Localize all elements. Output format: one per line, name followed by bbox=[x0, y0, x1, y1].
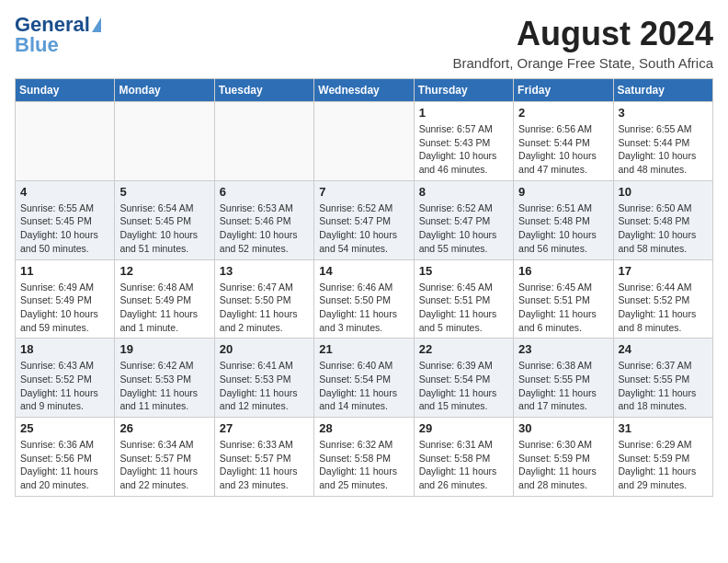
table-cell: 9Sunrise: 6:51 AM Sunset: 5:48 PM Daylig… bbox=[514, 180, 613, 259]
day-info: Sunrise: 6:53 AM Sunset: 5:46 PM Dayligh… bbox=[220, 201, 309, 256]
table-cell bbox=[314, 102, 414, 181]
week-row-5: 25Sunrise: 6:36 AM Sunset: 5:56 PM Dayli… bbox=[16, 418, 713, 497]
calendar-table: Sunday Monday Tuesday Wednesday Thursday… bbox=[15, 78, 713, 497]
day-info: Sunrise: 6:29 AM Sunset: 5:59 PM Dayligh… bbox=[619, 438, 708, 492]
day-info: Sunrise: 6:30 AM Sunset: 5:59 PM Dayligh… bbox=[518, 438, 608, 492]
subtitle: Brandfort, Orange Free State, South Afri… bbox=[453, 55, 713, 71]
table-cell: 11Sunrise: 6:49 AM Sunset: 5:49 PM Dayli… bbox=[16, 259, 115, 339]
header-monday: Monday bbox=[115, 79, 214, 102]
logo-triangle-icon bbox=[92, 17, 101, 32]
table-cell bbox=[115, 102, 214, 181]
day-number: 23 bbox=[518, 342, 608, 356]
table-cell: 13Sunrise: 6:47 AM Sunset: 5:50 PM Dayli… bbox=[214, 259, 313, 339]
header-wednesday: Wednesday bbox=[314, 79, 414, 102]
day-info: Sunrise: 6:55 AM Sunset: 5:44 PM Dayligh… bbox=[619, 122, 708, 177]
main-title: August 2024 bbox=[453, 15, 713, 53]
logo-text-general: General bbox=[15, 15, 90, 35]
table-cell: 5Sunrise: 6:54 AM Sunset: 5:45 PM Daylig… bbox=[115, 180, 214, 259]
day-number: 18 bbox=[20, 342, 109, 356]
day-info: Sunrise: 6:45 AM Sunset: 5:51 PM Dayligh… bbox=[518, 281, 608, 335]
day-info: Sunrise: 6:43 AM Sunset: 5:52 PM Dayligh… bbox=[20, 359, 109, 413]
day-info: Sunrise: 6:32 AM Sunset: 5:58 PM Dayligh… bbox=[319, 438, 408, 492]
day-number: 30 bbox=[518, 421, 608, 435]
day-number: 1 bbox=[419, 106, 508, 120]
day-info: Sunrise: 6:37 AM Sunset: 5:55 PM Dayligh… bbox=[619, 359, 708, 413]
table-cell: 19Sunrise: 6:42 AM Sunset: 5:53 PM Dayli… bbox=[115, 339, 214, 418]
day-info: Sunrise: 6:52 AM Sunset: 5:47 PM Dayligh… bbox=[319, 201, 408, 256]
day-info: Sunrise: 6:34 AM Sunset: 5:57 PM Dayligh… bbox=[119, 438, 209, 492]
day-number: 6 bbox=[220, 185, 309, 199]
day-number: 20 bbox=[220, 342, 309, 356]
table-cell: 25Sunrise: 6:36 AM Sunset: 5:56 PM Dayli… bbox=[16, 418, 115, 497]
day-number: 4 bbox=[20, 185, 109, 199]
week-row-1: 1Sunrise: 6:57 AM Sunset: 5:43 PM Daylig… bbox=[16, 102, 713, 181]
header-thursday: Thursday bbox=[414, 79, 513, 102]
header-friday: Friday bbox=[514, 79, 613, 102]
header-saturday: Saturday bbox=[613, 79, 712, 102]
day-info: Sunrise: 6:38 AM Sunset: 5:55 PM Dayligh… bbox=[518, 359, 608, 413]
day-info: Sunrise: 6:55 AM Sunset: 5:45 PM Dayligh… bbox=[20, 201, 109, 256]
day-number: 12 bbox=[119, 264, 209, 278]
day-info: Sunrise: 6:54 AM Sunset: 5:45 PM Dayligh… bbox=[119, 201, 209, 256]
header-tuesday: Tuesday bbox=[214, 79, 313, 102]
day-info: Sunrise: 6:31 AM Sunset: 5:58 PM Dayligh… bbox=[419, 438, 508, 492]
day-number: 7 bbox=[319, 185, 408, 199]
day-number: 8 bbox=[419, 185, 508, 199]
table-cell: 8Sunrise: 6:52 AM Sunset: 5:47 PM Daylig… bbox=[414, 180, 513, 259]
week-row-2: 4Sunrise: 6:55 AM Sunset: 5:45 PM Daylig… bbox=[16, 180, 713, 259]
day-number: 24 bbox=[619, 342, 708, 356]
day-info: Sunrise: 6:45 AM Sunset: 5:51 PM Dayligh… bbox=[419, 281, 508, 335]
day-info: Sunrise: 6:41 AM Sunset: 5:53 PM Dayligh… bbox=[220, 359, 309, 413]
day-info: Sunrise: 6:42 AM Sunset: 5:53 PM Dayligh… bbox=[119, 359, 209, 413]
day-number: 22 bbox=[419, 342, 508, 356]
day-info: Sunrise: 6:52 AM Sunset: 5:47 PM Dayligh… bbox=[419, 201, 508, 256]
table-cell: 2Sunrise: 6:56 AM Sunset: 5:44 PM Daylig… bbox=[514, 102, 613, 181]
day-info: Sunrise: 6:48 AM Sunset: 5:49 PM Dayligh… bbox=[119, 281, 209, 335]
logo: General Blue bbox=[15, 15, 101, 55]
table-cell: 16Sunrise: 6:45 AM Sunset: 5:51 PM Dayli… bbox=[514, 259, 613, 339]
table-cell: 18Sunrise: 6:43 AM Sunset: 5:52 PM Dayli… bbox=[16, 339, 115, 418]
day-number: 27 bbox=[220, 421, 309, 435]
day-number: 29 bbox=[419, 421, 508, 435]
calendar-header-row: Sunday Monday Tuesday Wednesday Thursday… bbox=[16, 79, 713, 102]
table-cell: 26Sunrise: 6:34 AM Sunset: 5:57 PM Dayli… bbox=[115, 418, 214, 497]
table-cell: 3Sunrise: 6:55 AM Sunset: 5:44 PM Daylig… bbox=[613, 102, 712, 181]
day-info: Sunrise: 6:56 AM Sunset: 5:44 PM Dayligh… bbox=[518, 122, 608, 177]
day-number: 25 bbox=[20, 421, 109, 435]
day-info: Sunrise: 6:57 AM Sunset: 5:43 PM Dayligh… bbox=[419, 122, 508, 177]
table-cell: 14Sunrise: 6:46 AM Sunset: 5:50 PM Dayli… bbox=[314, 259, 414, 339]
table-cell: 7Sunrise: 6:52 AM Sunset: 5:47 PM Daylig… bbox=[314, 180, 414, 259]
day-number: 26 bbox=[119, 421, 209, 435]
table-cell: 21Sunrise: 6:40 AM Sunset: 5:54 PM Dayli… bbox=[314, 339, 414, 418]
page-header: General Blue August 2024 Brandfort, Oran… bbox=[15, 15, 713, 71]
logo-text-blue: Blue bbox=[15, 35, 59, 55]
day-number: 21 bbox=[319, 342, 408, 356]
header-sunday: Sunday bbox=[16, 79, 115, 102]
day-info: Sunrise: 6:50 AM Sunset: 5:48 PM Dayligh… bbox=[619, 201, 708, 256]
day-number: 9 bbox=[518, 185, 608, 199]
day-number: 11 bbox=[20, 264, 109, 278]
day-info: Sunrise: 6:46 AM Sunset: 5:50 PM Dayligh… bbox=[319, 281, 408, 335]
day-number: 19 bbox=[119, 342, 209, 356]
table-cell: 30Sunrise: 6:30 AM Sunset: 5:59 PM Dayli… bbox=[514, 418, 613, 497]
day-info: Sunrise: 6:47 AM Sunset: 5:50 PM Dayligh… bbox=[220, 281, 309, 335]
table-cell: 31Sunrise: 6:29 AM Sunset: 5:59 PM Dayli… bbox=[613, 418, 712, 497]
day-number: 10 bbox=[619, 185, 708, 199]
day-number: 13 bbox=[220, 264, 309, 278]
day-info: Sunrise: 6:39 AM Sunset: 5:54 PM Dayligh… bbox=[419, 359, 508, 413]
table-cell: 24Sunrise: 6:37 AM Sunset: 5:55 PM Dayli… bbox=[613, 339, 712, 418]
day-info: Sunrise: 6:33 AM Sunset: 5:57 PM Dayligh… bbox=[220, 438, 309, 492]
table-cell: 17Sunrise: 6:44 AM Sunset: 5:52 PM Dayli… bbox=[613, 259, 712, 339]
table-cell: 10Sunrise: 6:50 AM Sunset: 5:48 PM Dayli… bbox=[613, 180, 712, 259]
day-info: Sunrise: 6:44 AM Sunset: 5:52 PM Dayligh… bbox=[619, 281, 708, 335]
day-number: 28 bbox=[319, 421, 408, 435]
day-info: Sunrise: 6:40 AM Sunset: 5:54 PM Dayligh… bbox=[319, 359, 408, 413]
day-info: Sunrise: 6:51 AM Sunset: 5:48 PM Dayligh… bbox=[518, 201, 608, 256]
table-cell: 1Sunrise: 6:57 AM Sunset: 5:43 PM Daylig… bbox=[414, 102, 513, 181]
title-block: August 2024 Brandfort, Orange Free State… bbox=[453, 15, 713, 71]
table-cell: 15Sunrise: 6:45 AM Sunset: 5:51 PM Dayli… bbox=[414, 259, 513, 339]
table-cell: 12Sunrise: 6:48 AM Sunset: 5:49 PM Dayli… bbox=[115, 259, 214, 339]
day-info: Sunrise: 6:36 AM Sunset: 5:56 PM Dayligh… bbox=[20, 438, 109, 492]
table-cell: 4Sunrise: 6:55 AM Sunset: 5:45 PM Daylig… bbox=[16, 180, 115, 259]
day-number: 31 bbox=[619, 421, 708, 435]
